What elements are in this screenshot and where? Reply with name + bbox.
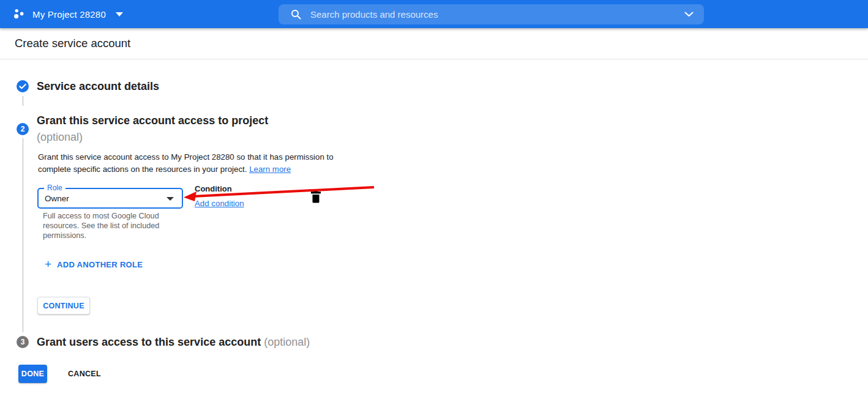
continue-button[interactable]: CONTINUE bbox=[37, 297, 90, 314]
step-connector bbox=[23, 96, 23, 106]
step2-title: Grant this service account access to pro… bbox=[37, 114, 268, 127]
step2-number-badge: 2 bbox=[17, 123, 29, 135]
role-description: Full access to most Google Cloud resourc… bbox=[43, 211, 159, 240]
add-condition-link[interactable]: Add condition bbox=[195, 199, 244, 208]
done-button[interactable]: DONE bbox=[18, 365, 47, 383]
step3-optional-label: (optional) bbox=[264, 336, 310, 348]
search-icon bbox=[291, 9, 301, 20]
step1-title: Service account details bbox=[37, 80, 159, 92]
project-name: My Project 28280 bbox=[32, 9, 106, 20]
step3-number-badge: 3 bbox=[17, 336, 29, 348]
learn-more-link[interactable]: Learn more bbox=[249, 165, 291, 174]
step2-description: Grant this service account access to My … bbox=[38, 151, 334, 176]
page-titlebar: Create service account bbox=[0, 28, 868, 59]
role-field-label: Role bbox=[44, 184, 65, 192]
project-dropdown-caret-icon bbox=[116, 12, 123, 17]
step-connector bbox=[23, 138, 23, 332]
step3-title: Grant users access to this service accou… bbox=[37, 336, 261, 348]
description-line1: Grant this service account access to My … bbox=[38, 152, 334, 162]
add-another-role-button[interactable]: + ADD ANOTHER ROLE bbox=[37, 255, 150, 273]
step1-heading: Service account details bbox=[37, 78, 159, 95]
plus-icon: + bbox=[45, 258, 51, 270]
step2-number: 2 bbox=[21, 125, 25, 133]
step2-heading: Grant this service account access to pro… bbox=[37, 113, 268, 146]
project-logo-icon bbox=[13, 8, 26, 20]
description-line2: complete specific actions on the resourc… bbox=[38, 165, 247, 174]
add-another-role-label: ADD ANOTHER ROLE bbox=[57, 260, 143, 269]
chevron-down-icon[interactable] bbox=[684, 12, 694, 17]
project-switcher[interactable]: My Project 28280 bbox=[13, 8, 123, 20]
cancel-label: CANCEL bbox=[68, 370, 101, 378]
cancel-button[interactable]: CANCEL bbox=[62, 365, 107, 383]
app-header: My Project 28280 bbox=[0, 0, 868, 28]
role-select[interactable]: Role Owner bbox=[37, 188, 183, 209]
select-caret-icon bbox=[166, 197, 174, 201]
page-title: Create service account bbox=[15, 37, 130, 50]
continue-label: CONTINUE bbox=[43, 302, 84, 310]
role-description-line1: Full access to most Google Cloud bbox=[43, 212, 159, 220]
condition-label: Condition bbox=[195, 184, 232, 193]
done-label: DONE bbox=[21, 370, 44, 378]
role-description-line3: permissions. bbox=[43, 231, 86, 240]
role-selected-value: Owner bbox=[45, 194, 69, 203]
search-bar[interactable] bbox=[279, 4, 704, 24]
role-description-line2: resources. See the list of included bbox=[43, 221, 159, 230]
trash-icon bbox=[310, 190, 321, 206]
step3-number: 3 bbox=[21, 338, 25, 346]
search-input[interactable] bbox=[310, 9, 684, 20]
step1-complete-check-icon bbox=[16, 80, 29, 93]
step3-heading: Grant users access to this service accou… bbox=[37, 334, 310, 351]
step2-optional-label: (optional) bbox=[37, 131, 83, 143]
